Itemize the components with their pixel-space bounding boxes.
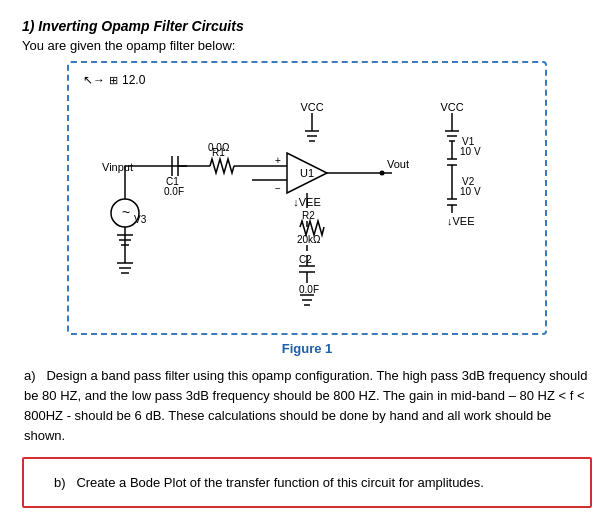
v1-value: 10 V: [460, 146, 481, 157]
v2-value: 10 V: [460, 186, 481, 197]
question-a-prefix: a): [24, 368, 36, 383]
c2-value: 0.0F: [299, 284, 319, 295]
toolbar-icon-grid: ⊞: [109, 74, 118, 87]
svg-text:↓VEE: ↓VEE: [293, 196, 321, 208]
circuit-diagram: ↖→ ⊞ 12.0 VCC U1 + − Vout: [67, 61, 547, 335]
svg-text:−: −: [275, 183, 281, 194]
v3-label: V3: [134, 214, 147, 225]
question-a-text: Design a band pass filter using this opa…: [24, 368, 587, 443]
r2-label: R2: [302, 210, 315, 221]
question-b-text: Create a Bode Plot of the transfer funct…: [76, 475, 484, 490]
circuit-schematic: VCC U1 + − Vout Vinput: [92, 93, 522, 323]
vout-label: Vout: [387, 158, 409, 170]
question-a: a) Design a band pass filter using this …: [22, 366, 592, 447]
vinput-label: Vinput: [102, 161, 133, 173]
svg-text:+: +: [275, 155, 281, 166]
toolbar: ↖→ ⊞ 12.0: [83, 73, 531, 87]
page-heading: 1) Inverting Opamp Filter Circuits: [22, 18, 592, 34]
vcc-right-label: VCC: [440, 101, 463, 113]
c1-value: 0.0F: [164, 186, 184, 197]
toolbar-icon-cursor: ↖→: [83, 73, 105, 87]
figure-label: Figure 1: [22, 341, 592, 356]
c2-label: C2: [299, 254, 312, 265]
question-b-prefix: b): [54, 475, 66, 490]
vcc-left-label: VCC: [300, 101, 323, 113]
svg-text:~: ~: [122, 204, 130, 220]
svg-point-9: [380, 171, 385, 176]
r2-value: 20kΩ: [297, 234, 321, 245]
question-b-box: b) Create a Bode Plot of the transfer fu…: [22, 457, 592, 509]
circuit-svg-container: VCC U1 + − Vout Vinput: [83, 93, 531, 323]
vee-right-label: ↓VEE: [447, 215, 475, 227]
toolbar-value: 12.0: [122, 73, 145, 87]
r1-value: 0.0Ω: [208, 142, 230, 153]
subtitle-text: You are given the opamp filter below:: [22, 38, 592, 53]
opamp-label: U1: [300, 167, 314, 179]
